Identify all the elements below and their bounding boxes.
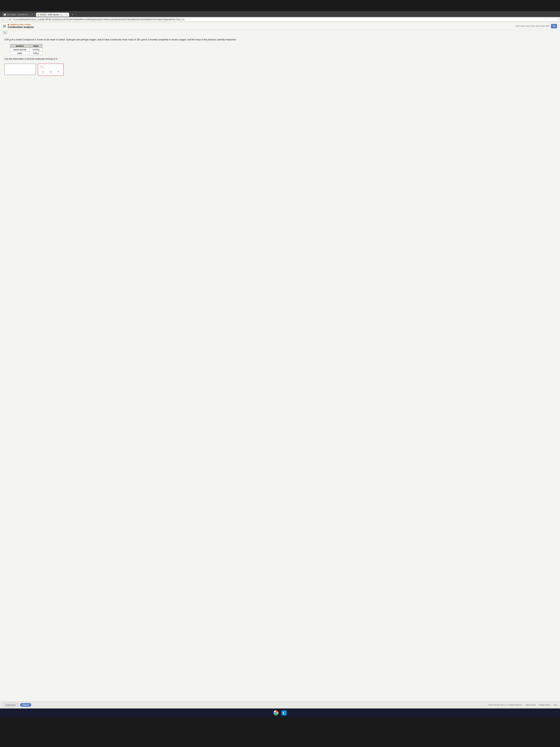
spacer <box>0 392 560 701</box>
svg-point-2 <box>275 712 277 714</box>
tab-aleks-close[interactable]: × <box>65 14 68 16</box>
formula-help-button[interactable]: ? <box>57 70 60 74</box>
section-info: CHEMICAL REACTIONS Combustion analysis <box>8 24 34 28</box>
tab-bar: 📊 My Grades - 2021FA-CHM-151- × A ALEKS … <box>2 12 558 17</box>
expand-row: ▾ <box>0 30 560 35</box>
subscript-symbol: □ <box>42 66 43 68</box>
formula-actions: × ↺ ? <box>39 69 62 75</box>
chrome-taskbar-icon[interactable] <box>273 710 279 716</box>
use-info-text: Use this information to find the molecul… <box>4 58 556 60</box>
section-dot <box>8 24 9 25</box>
square-symbol: □ <box>41 66 42 68</box>
svg-point-5 <box>283 713 284 713</box>
forward-button[interactable]: → <box>5 18 8 21</box>
explanation-button[interactable]: Explanation <box>3 703 19 707</box>
table-header-mass: mass <box>29 44 43 48</box>
hamburger-menu-icon[interactable] <box>3 25 6 27</box>
footer-sep-1: | <box>524 704 524 706</box>
answer-text-input[interactable] <box>5 65 35 74</box>
header-left: CHEMICAL REACTIONS Combustion analysis <box>3 24 34 28</box>
reload-button[interactable]: ↺ <box>9 18 11 21</box>
tab-grades[interactable]: 📊 My Grades - 2021FA-CHM-151- × <box>2 12 35 17</box>
top-header: CHEMICAL REACTIONS Combustion analysis G <box>0 22 560 30</box>
copyright-text: © 2021 McGraw Hill LLC. All Rights Reser… <box>488 704 523 706</box>
footer-sep-3: | <box>552 704 552 706</box>
chrome-icon <box>273 710 278 716</box>
progress-seg-2 <box>521 25 525 27</box>
taskbar <box>0 709 560 717</box>
bottom-left: Explanation Check <box>3 703 31 707</box>
tab-grades-icon: 📊 <box>4 14 6 16</box>
table-row: water 3.83 g <box>10 52 43 55</box>
formula-box: □ □ × ↺ ? <box>38 63 64 76</box>
formula-clear-button[interactable]: × <box>42 70 45 74</box>
browser-chrome: 📊 My Grades - 2021FA-CHM-151- × A ALEKS … <box>0 11 560 17</box>
expand-button[interactable]: ▾ <box>3 31 7 34</box>
answer-input-container <box>4 63 36 75</box>
tab-aleks-label: ALEKS · Griffin Barden · Learn <box>40 14 64 16</box>
progress-seg-3 <box>525 25 530 27</box>
progress-seg-6 <box>540 25 545 27</box>
progress-seg-1 <box>515 25 520 27</box>
section-label: CHEMICAL REACTIONS <box>8 24 34 26</box>
svg-point-6 <box>285 713 285 713</box>
address-bar[interactable]: ks.com/alekscgi/x/lsl.exe/1o_u-IgNslkr7j… <box>12 18 559 21</box>
question-area: 8.50 g of a certain Compound X, known to… <box>0 35 560 392</box>
dark-bottom-overlay <box>0 717 560 747</box>
footer-sep-2: | <box>537 704 537 706</box>
table-cell-product-1: carbon dioxide <box>10 48 30 52</box>
progress-seg-4 <box>530 25 535 27</box>
tab-aleks[interactable]: A ALEKS · Griffin Barden · Learn × <box>36 12 69 17</box>
table-header-product: product <box>10 44 30 48</box>
new-tab-button[interactable]: + <box>70 12 75 17</box>
data-table: product mass carbon dioxide 14.03 g wate… <box>10 44 43 55</box>
tab-grades-label: My Grades - 2021FA-CHM-151- <box>7 14 30 16</box>
answer-area: □ □ × ↺ ? <box>4 63 556 76</box>
finder-taskbar-icon[interactable] <box>281 710 287 716</box>
formula-subscript-icon[interactable]: □ □ <box>40 66 44 68</box>
progress-seg-7 <box>545 25 550 27</box>
finder-icon <box>282 710 287 716</box>
table-cell-product-2: water <box>10 52 30 55</box>
privacy-center-link[interactable]: Privacy Center <box>539 704 550 706</box>
terms-of-use-link[interactable]: Terms of Use <box>526 704 536 706</box>
go-button[interactable]: G <box>551 24 557 28</box>
tab-grades-close[interactable]: × <box>31 14 33 16</box>
accessibility-link[interactable]: Acce <box>553 704 557 706</box>
address-bar-row: ← → ↺ ks.com/alekscgi/x/lsl.exe/1o_u-IgN… <box>0 17 560 22</box>
table-cell-mass-1: 14.03 g <box>29 48 43 52</box>
question-text: 8.50 g of a certain Compound X, known to… <box>4 38 556 41</box>
question-main-text: 8.50 g of a certain Compound X, known to… <box>4 38 236 41</box>
back-button[interactable]: ← <box>1 18 4 21</box>
bottom-bar: Explanation Check © 2021 McGraw Hill LLC… <box>0 701 560 709</box>
table-cell-mass-2: 3.83 g <box>29 52 43 55</box>
footer-links: © 2021 McGraw Hill LLC. All Rights Reser… <box>488 704 557 706</box>
check-button[interactable]: Check <box>20 703 31 707</box>
tab-aleks-icon: A <box>38 14 39 16</box>
dark-top-overlay <box>0 0 560 11</box>
progress-bars <box>515 25 550 27</box>
formula-top: □ □ <box>39 65 62 69</box>
header-right: G <box>515 24 557 28</box>
progress-seg-5 <box>535 25 540 27</box>
page-title: Combustion analysis <box>8 26 34 28</box>
table-row: carbon dioxide 14.03 g <box>10 48 43 52</box>
page-content: CHEMICAL REACTIONS Combustion analysis G… <box>0 22 560 709</box>
formula-refresh-button[interactable]: ↺ <box>49 70 52 74</box>
